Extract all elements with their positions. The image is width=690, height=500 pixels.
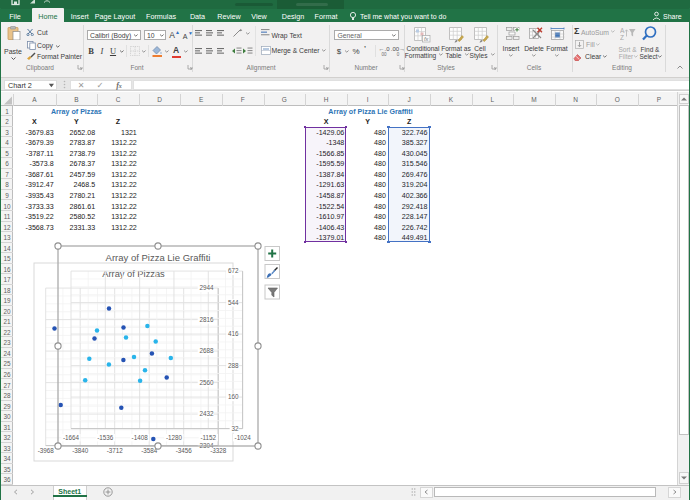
svg-text:2944: 2944 [199,284,214,291]
svg-text:-1664: -1664 [63,434,80,441]
svg-text:416: 416 [228,330,239,337]
svg-text:Array of Pizza Lie Graffiti: Array of Pizza Lie Graffiti [106,252,211,263]
svg-text:-1408: -1408 [132,434,149,441]
svg-text:2432: 2432 [199,410,214,417]
svg-text:2304: 2304 [199,442,214,449]
svg-text:32: 32 [231,425,239,432]
svg-text:2816: 2816 [199,316,214,323]
svg-text:-3456: -3456 [176,447,193,454]
svg-text:2560: 2560 [199,379,214,386]
svg-text:-1152: -1152 [200,434,216,441]
svg-text:-3840: -3840 [72,447,89,454]
svg-text:160: 160 [228,393,239,400]
svg-text:-1024: -1024 [235,434,252,441]
svg-text:-3968: -3968 [38,447,55,454]
svg-text:288: 288 [228,362,239,369]
svg-text:-3712: -3712 [107,447,124,454]
svg-text:544: 544 [228,299,239,306]
svg-text:2688: 2688 [199,347,214,354]
svg-text:-1280: -1280 [166,434,183,441]
svg-text:-1536: -1536 [97,434,114,441]
svg-text:672: 672 [228,267,239,274]
